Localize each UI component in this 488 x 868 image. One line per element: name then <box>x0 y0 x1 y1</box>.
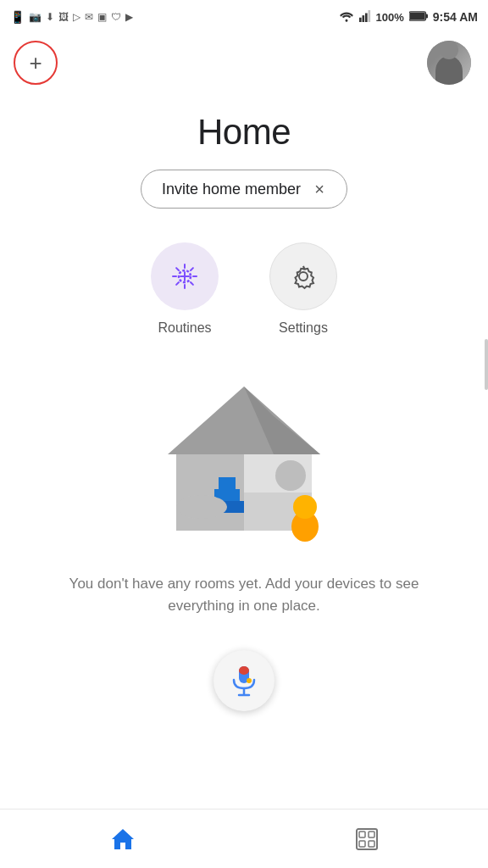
svg-point-31 <box>293 495 317 519</box>
mic-fab-button[interactable] <box>214 650 274 711</box>
svg-rect-1 <box>362 15 364 22</box>
download-icon: ⬇ <box>46 11 54 23</box>
routines-icon-item[interactable]: Routines <box>151 242 219 336</box>
user-avatar[interactable] <box>427 41 471 85</box>
settings-gear-icon <box>286 259 320 293</box>
nav-home[interactable] <box>93 821 152 858</box>
svg-rect-33 <box>239 666 249 675</box>
settings-icon-item[interactable]: Settings <box>269 242 337 336</box>
battery-icon <box>409 11 428 24</box>
invite-pill-close-button[interactable]: × <box>309 179 330 199</box>
bottom-nav <box>0 809 488 868</box>
time-display: 9:54 AM <box>433 10 478 24</box>
whatsapp-icon: 📱 <box>10 10 25 24</box>
svg-marker-37 <box>112 829 134 849</box>
svg-rect-2 <box>365 13 368 22</box>
icons-row: Routines Settings <box>0 242 488 336</box>
empty-state-message: You don't have any rooms yet. Add your d… <box>51 573 437 616</box>
invite-pill[interactable]: Invite home member × <box>141 170 347 209</box>
svg-rect-42 <box>369 841 374 847</box>
house-illustration <box>0 370 488 548</box>
svg-point-29 <box>176 495 227 519</box>
send-icon: ▷ <box>73 11 80 23</box>
svg-line-13 <box>191 282 193 285</box>
play-icon: ▶ <box>125 11 133 23</box>
empty-state-text: You don't have any rooms yet. Add your d… <box>0 573 488 616</box>
top-bar: + <box>0 34 488 92</box>
instagram-icon: 📷 <box>29 11 42 23</box>
page-title: Home <box>0 112 488 153</box>
home-nav-icon <box>110 827 136 851</box>
microphone-icon <box>230 665 258 697</box>
image-icon: 🖼 <box>58 11 69 23</box>
svg-line-14 <box>191 268 193 270</box>
svg-rect-5 <box>410 12 425 19</box>
house-svg <box>142 370 346 548</box>
svg-rect-40 <box>369 832 374 837</box>
mic-fab-container <box>0 650 488 711</box>
svg-rect-39 <box>359 832 365 837</box>
wifi-icon <box>339 10 354 25</box>
svg-point-36 <box>247 678 252 683</box>
routines-sun-icon <box>168 259 202 293</box>
svg-line-12 <box>176 268 179 270</box>
devices-nav-icon <box>355 827 379 851</box>
svg-rect-41 <box>359 841 365 847</box>
svg-rect-6 <box>425 14 428 18</box>
svg-rect-28 <box>219 477 236 489</box>
scrollbar <box>485 339 488 390</box>
routines-circle <box>151 242 219 310</box>
status-icons: 📱 📷 ⬇ 🖼 ▷ ✉ ▣ 🛡 ▶ <box>10 10 133 24</box>
gmail-icon: ✉ <box>85 11 93 23</box>
battery-percent: 100% <box>376 11 404 24</box>
svg-rect-0 <box>359 17 362 21</box>
svg-rect-3 <box>368 10 370 22</box>
svg-point-18 <box>299 272 308 281</box>
status-bar: 📱 📷 ⬇ 🖼 ▷ ✉ ▣ 🛡 ▶ 100% <box>0 0 488 34</box>
settings-label: Settings <box>279 320 328 336</box>
add-button[interactable]: + <box>14 41 58 85</box>
svg-point-25 <box>275 460 306 491</box>
invite-pill-container: Invite home member × <box>0 170 488 209</box>
page-title-section: Home <box>0 92 488 170</box>
signal-icon <box>359 10 371 25</box>
invite-pill-text: Invite home member <box>162 181 301 198</box>
svg-line-15 <box>176 282 179 285</box>
multimedia-icon: ▣ <box>97 11 107 23</box>
routines-label: Routines <box>158 320 211 336</box>
settings-circle <box>269 242 337 310</box>
status-right: 100% 9:54 AM <box>339 10 478 25</box>
shield-icon: 🛡 <box>111 11 121 23</box>
nav-devices[interactable] <box>338 821 396 858</box>
